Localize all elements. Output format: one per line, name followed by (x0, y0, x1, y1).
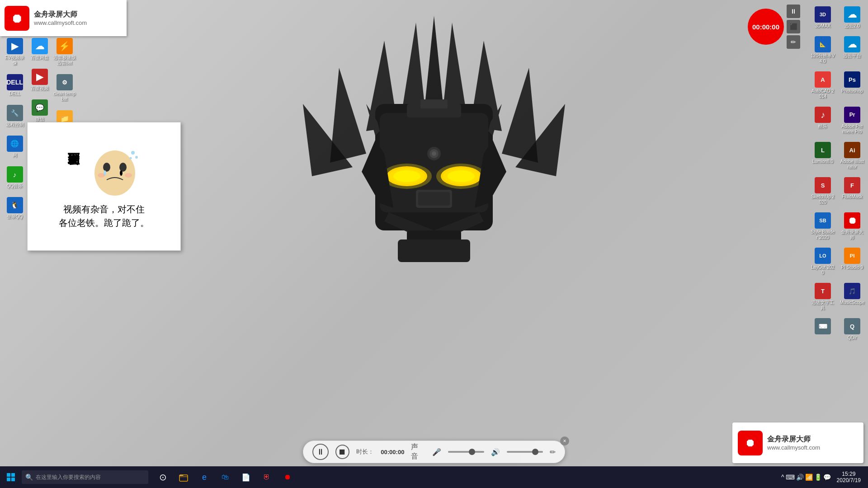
icon-baidu-video[interactable]: ▶ 百度视频 (27, 67, 52, 93)
media-stop-btn[interactable]: ⏹ (335, 445, 350, 459)
qq-music-label: QQ音乐 (7, 183, 23, 189)
icon-3dmax[interactable]: 3D 3DMAX (809, 5, 836, 31)
media-time-value: 00:00:00 (381, 449, 404, 455)
icon-remote[interactable]: 🔧 远程控制 (2, 103, 27, 129)
rec-text: 金舟录屏大师 www.callmysoft.com (34, 10, 87, 26)
ev-recorder-icon: ▶ (7, 38, 23, 54)
tray-keyboard: ⌨ (786, 474, 795, 481)
icon-network[interactable]: 🌐 网 (2, 134, 27, 160)
icon-pi-studio[interactable]: PI PI Studio 9 (839, 246, 866, 277)
svg-point-34 (94, 150, 135, 196)
icon-premiere[interactable]: Pr Adobe Premiere Pro (839, 105, 866, 136)
media-time-label: 时长： (356, 448, 374, 456)
illustrator-icon: Ai (844, 142, 860, 158)
photoshop-label: Photoshop (841, 89, 863, 94)
taskbar-search-bar[interactable]: 🔍 在这里输入你要搜索的内容 (22, 470, 148, 484)
xunda-text-icon: T (815, 283, 831, 299)
rec-edit-btn[interactable]: ✏ (787, 35, 800, 49)
icon-thunder[interactable]: ⚡ 迅雷极速版 迅雷bat (52, 36, 77, 68)
icon-xyyun-platform[interactable]: ☁ 迅云平台 (839, 34, 866, 66)
media-brightness-slider[interactable] (507, 451, 543, 453)
layout-label: LayOut 2020 (811, 265, 835, 276)
media-play-pause-btn[interactable]: ⏸ (312, 444, 329, 460)
taskbar-tray: ^ ⌨ 🔊 📶 🔋 💬 (781, 474, 831, 481)
svg-rect-30 (398, 239, 470, 262)
taskbar-clock[interactable]: 15:29 2020/7/19 (833, 471, 864, 483)
baidu-pan-label: 百度网盘 (31, 55, 49, 61)
taskbar-store[interactable]: 🛍 (215, 467, 235, 487)
keyboard-icon: ⌨ (815, 318, 831, 334)
taskbar-right: ^ ⌨ 🔊 📶 🔋 💬 15:29 2020/7/19 (781, 471, 868, 483)
icon-keyboard[interactable]: ⌨ (809, 316, 836, 343)
media-player-bar: × ⏸ ⏹ 时长： 00:00:00 声音 🎤 🔊 ✏ (303, 441, 565, 463)
clock-date: 2020/7/19 (837, 477, 861, 483)
icon-illustrator[interactable]: Ai Adobe Illustrator (839, 140, 866, 172)
media-mic-icon: 🎤 (432, 448, 441, 456)
svg-point-33 (432, 151, 436, 156)
icon-xunda-text[interactable]: T 迅达文字工具 (809, 281, 836, 313)
taskbar-start-btn[interactable] (0, 466, 22, 488)
icon-xyyun20[interactable]: ☁ 迅云2.0 (839, 5, 866, 31)
media-edit-icon[interactable]: ✏ (550, 448, 556, 456)
icon-resolution[interactable]: 📐 120分辨率V4.0 (809, 34, 836, 66)
sketchup-icon: S (815, 177, 831, 193)
xyyun20-icon: ☁ (844, 6, 860, 23)
rec-timer: 00:00:00 (748, 9, 784, 45)
taskbar-office[interactable]: 📄 (236, 467, 256, 487)
tray-network[interactable]: 📶 (805, 474, 813, 481)
icon-kule[interactable]: ♪ 酷乐 (809, 105, 836, 136)
rec-text-bottom: 金舟录屏大师 www.callmysoft.com (767, 435, 820, 451)
icon-dell[interactable]: DELL DELL (2, 72, 27, 99)
svg-point-42 (98, 173, 105, 178)
tray-notification[interactable]: 💬 (823, 474, 831, 481)
tray-volume[interactable]: 🔊 (796, 474, 804, 481)
kule-icon: ♪ (815, 107, 831, 123)
icon-autocad[interactable]: A AutoCAD 2014 (809, 70, 836, 101)
premiere-label: Adobe Premiere Pro (840, 124, 865, 135)
photoshop-icon: Ps (844, 71, 860, 88)
right-icon-col: 3D 3DMAX ☁ 迅云2.0 📐 120分辨率V4.0 ☁ 迅云平台 A A… (807, 0, 868, 345)
media-close-btn[interactable]: × (560, 436, 569, 446)
icon-ev-recorder[interactable]: ▶ EV视频录像 (2, 36, 27, 68)
media-volume-label: 声音 (411, 442, 425, 461)
icon-jz-recorder[interactable]: ⏺ 金舟录屏大师 (839, 211, 866, 242)
icon-wechat[interactable]: 💬 微信 (27, 98, 52, 124)
pi-studio-label: PI Studio 9 (841, 265, 863, 270)
icon-musicscope[interactable]: 🎵 MusicScope (839, 281, 866, 313)
taskbar-ie[interactable]: e (194, 467, 214, 487)
clock-time: 15:29 (842, 471, 855, 477)
3dmax-label: 3DMAX (815, 23, 830, 29)
icon-photoshop[interactable]: Ps Photoshop (839, 70, 866, 101)
icon-qq-music[interactable]: ♪ QQ音乐 (2, 164, 27, 191)
qq-icon: 🐧 (7, 197, 23, 213)
taskbar-rec-icon[interactable]: ⏺ (278, 467, 297, 487)
illustrator-label: Adobe Illustrator (840, 159, 865, 170)
fluidmask-label: FluidMask (842, 194, 863, 200)
rec-software-bottom: ⏺ 金舟录屏大师 www.callmysoft.com (732, 422, 863, 463)
musicscope-label: MusicScope (840, 300, 864, 305)
svg-rect-46 (7, 478, 10, 481)
media-volume-slider[interactable] (448, 451, 484, 453)
tray-expand[interactable]: ^ (781, 474, 784, 481)
qq-label: 登录QQ (7, 214, 23, 220)
icon-sketchup[interactable]: S SketchUp 2020 (809, 175, 836, 207)
icon-baidu-pan[interactable]: ☁ 百度网盘 (27, 36, 52, 62)
icon-qq[interactable]: 🐧 登录QQ (2, 195, 27, 221)
icon-lumion[interactable]: L Lumion8.0 (809, 140, 836, 172)
taskbar-cortana[interactable]: ⊙ (153, 467, 173, 487)
pi-studio-icon: PI (844, 248, 860, 264)
rec-logo-bottom: ⏺ (738, 431, 763, 455)
desktop: ⏺ 金舟录屏大师 www.callmysoft.com 00:00:00 ⏸ ⬛… (0, 0, 868, 488)
icon-clean-temp[interactable]: ⚙ clean tempbat (52, 72, 77, 104)
taskbar-explorer[interactable] (174, 467, 193, 487)
icon-fluidmask[interactable]: F FluidMask (839, 175, 866, 207)
autocad-label: AutoCAD 2014 (811, 89, 835, 99)
xunda-text-label: 迅达文字工具 (811, 300, 835, 311)
icon-layout[interactable]: LO LayOut 2020 (809, 246, 836, 277)
icon-qdir[interactable]: Q QDir (839, 316, 866, 343)
rec-pause-btn[interactable]: ⏸ (787, 5, 800, 18)
taskbar-red-icon[interactable]: ⛨ (257, 467, 277, 487)
icon-stylebuilder[interactable]: SB Style Builder 2020 (809, 211, 836, 242)
rec-stop-btn[interactable]: ⬛ (787, 20, 800, 33)
svg-point-41 (130, 157, 132, 159)
